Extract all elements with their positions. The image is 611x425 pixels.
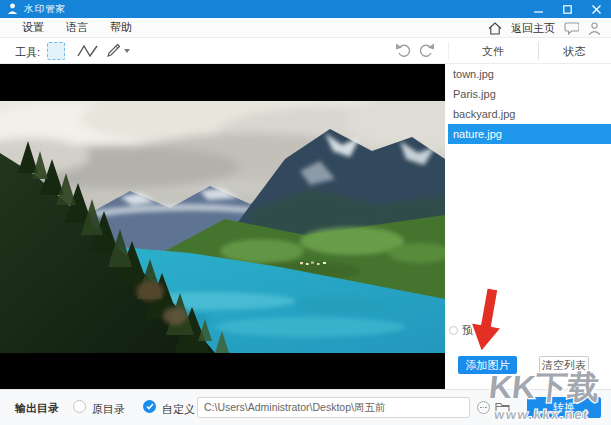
menu-help[interactable]: 帮助 xyxy=(110,20,132,35)
custom-dir-radio-label[interactable]: 自定义 xyxy=(162,402,195,417)
status-column-header: 状态 xyxy=(538,38,611,64)
title-bar: 水印管家 xyxy=(0,0,611,18)
home-icon[interactable] xyxy=(488,22,502,35)
file-row-town[interactable]: town.jpg xyxy=(448,64,611,84)
file-column-header: 文件 xyxy=(448,38,538,64)
output-settings-bar: 输出目录 原目录 自定义 转换 xyxy=(0,389,611,425)
output-path-input[interactable] xyxy=(197,397,470,418)
chat-bubble-icon[interactable] xyxy=(564,22,579,35)
radio-checked-icon[interactable] xyxy=(143,400,156,413)
file-row-paris[interactable]: Paris.jpg xyxy=(448,84,611,104)
file-name: town.jpg xyxy=(453,68,494,80)
minimize-icon[interactable] xyxy=(524,0,553,18)
return-home-link[interactable]: 返回主页 xyxy=(511,21,555,36)
window-title: 水印管家 xyxy=(24,3,66,16)
ellipsis-circle-icon[interactable] xyxy=(477,401,490,414)
undo-icon[interactable] xyxy=(395,43,412,58)
tool-bar: 工具: 文件 状态 xyxy=(0,38,611,64)
app-logo-icon xyxy=(7,3,18,15)
maximize-icon[interactable] xyxy=(553,0,582,18)
user-icon[interactable] xyxy=(588,22,601,35)
output-dir-label: 输出目录 xyxy=(15,401,59,416)
dropdown-caret-icon[interactable] xyxy=(124,49,130,53)
original-dir-radio-label[interactable]: 原目录 xyxy=(92,402,125,417)
file-row-backyard[interactable]: backyard.jpg xyxy=(448,104,611,124)
file-row-nature-selected[interactable]: nature.jpg xyxy=(448,124,611,144)
file-name: backyard.jpg xyxy=(453,108,515,120)
preview-radio-icon[interactable] xyxy=(449,326,458,335)
zigzag-line-icon[interactable] xyxy=(77,44,98,58)
file-name: nature.jpg xyxy=(453,128,502,140)
watermark-manager-window: 水印管家 设置 语言 帮助 返回主页 xyxy=(0,0,611,425)
menu-language[interactable]: 语言 xyxy=(66,20,88,35)
folder-icon[interactable] xyxy=(495,401,510,414)
loaded-photo-nature xyxy=(0,101,445,353)
clear-list-button[interactable]: 清空列表 xyxy=(539,356,589,374)
menu-settings[interactable]: 设置 xyxy=(22,20,44,35)
tools-label: 工具: xyxy=(15,45,40,60)
redo-icon[interactable] xyxy=(418,43,435,58)
radio-unchecked-icon[interactable] xyxy=(73,400,86,413)
marquee-select-icon[interactable] xyxy=(47,42,65,60)
brush-icon[interactable] xyxy=(105,43,121,59)
file-name: Paris.jpg xyxy=(453,88,496,100)
close-icon[interactable] xyxy=(582,0,611,18)
menu-bar: 设置 语言 帮助 返回主页 xyxy=(0,18,611,38)
red-arrow-annotation xyxy=(470,287,510,359)
image-canvas[interactable] xyxy=(0,64,445,389)
convert-button[interactable]: 转换 xyxy=(527,397,601,418)
